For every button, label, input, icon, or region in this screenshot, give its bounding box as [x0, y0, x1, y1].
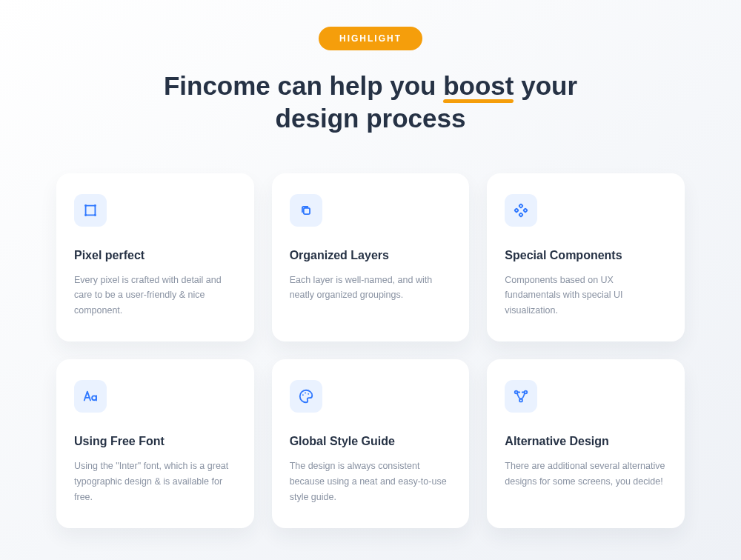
svg-point-1: [84, 204, 87, 207]
feature-title: Special Components: [505, 249, 667, 262]
feature-description: Using the "Inter" font, which is a great…: [74, 459, 236, 504]
feature-card-pixel-perfect: Pixel perfect Every pixel is crafted wit…: [56, 173, 254, 342]
feature-title: Organized Layers: [290, 249, 452, 262]
font-icon: [74, 380, 107, 413]
features-section: HIGHLIGHT Fincome can help you boost you…: [0, 0, 741, 528]
headline-highlight: boost: [443, 70, 514, 102]
feature-title: Alternative Design: [505, 435, 667, 448]
highlight-badge: HIGHLIGHT: [319, 27, 422, 50]
feature-card-organized-layers: Organized Layers Each layer is well-name…: [272, 173, 470, 342]
vector-icon: [505, 380, 537, 413]
feature-description: Every pixel is crafted with detail and c…: [74, 273, 236, 319]
section-headline: Fincome can help you boost your design p…: [133, 70, 608, 135]
headline-pre: Fincome can help you: [164, 71, 443, 100]
svg-point-14: [305, 393, 306, 394]
palette-icon: [290, 380, 322, 413]
feature-title: Using Free Font: [74, 435, 236, 448]
svg-point-13: [302, 395, 304, 396]
feature-card-alternative-design: Alternative Design There are additional …: [487, 359, 685, 528]
svg-rect-5: [303, 207, 309, 213]
svg-rect-9: [524, 208, 528, 212]
feature-description: Components based on UX fundamentals with…: [505, 273, 667, 319]
feature-title: Pixel perfect: [74, 249, 236, 262]
svg-point-4: [94, 213, 96, 216]
svg-rect-7: [519, 213, 523, 216]
svg-rect-0: [86, 205, 96, 215]
crop-icon: [74, 194, 107, 227]
svg-point-15: [308, 393, 309, 395]
svg-point-3: [84, 213, 87, 216]
svg-rect-8: [515, 208, 519, 212]
svg-point-2: [94, 204, 96, 207]
feature-description: The design is always consistent because …: [290, 459, 452, 504]
feature-description: Each layer is well-named, and with neatl…: [290, 273, 452, 303]
feature-card-special-components: Special Components Components based on U…: [487, 173, 685, 342]
feature-description: There are additional several alternative…: [505, 459, 667, 489]
svg-rect-6: [519, 204, 523, 207]
feature-card-style-guide: Global Style Guide The design is always …: [272, 359, 470, 528]
features-grid: Pixel perfect Every pixel is crafted wit…: [56, 173, 685, 529]
layers-icon: [290, 194, 322, 227]
feature-card-free-font: Using Free Font Using the "Inter" font, …: [56, 359, 254, 528]
components-icon: [505, 194, 537, 227]
feature-title: Global Style Guide: [290, 435, 452, 448]
